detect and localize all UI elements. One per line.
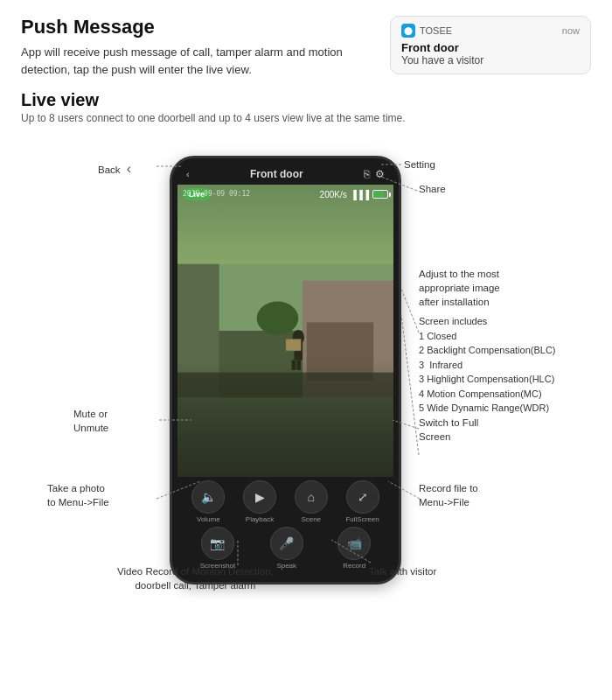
svg-rect-10 — [296, 360, 301, 369]
phone-mockup: ‹ Front door ⎘ ⚙ — [170, 156, 401, 584]
tosee-icon: ⬤ — [401, 24, 415, 38]
screenshot-button[interactable]: 📷 Screenshot — [200, 527, 235, 570]
notif-app: ⬤ TOSEE — [401, 24, 452, 38]
scene-button[interactable]: ⌂ Scene — [295, 480, 328, 523]
battery-icon — [372, 190, 388, 199]
door-title: Front door — [250, 168, 303, 180]
volume-button[interactable]: 🔈 Volume — [191, 480, 225, 523]
speak-label: Speak — [276, 562, 296, 570]
svg-rect-11 — [286, 340, 301, 351]
controls-row1: 🔈 Volume ▶ Playback ⌂ Scene ⤢ — [183, 480, 388, 523]
volume-icon: 🔈 — [191, 480, 225, 514]
video-status: 200K/s ▐▐▐ — [320, 190, 388, 200]
svg-line-15 — [401, 289, 419, 332]
controls: 🔈 Volume ▶ Playback ⌂ Scene ⤢ — [177, 477, 393, 577]
notif-time: now — [562, 25, 580, 36]
battery-fill — [373, 191, 384, 198]
push-text: Push Message App will receive push messa… — [21, 16, 372, 78]
adjust-label: Adjust to the mostappropriate imageafter… — [419, 267, 556, 309]
record-icon: 📹 — [337, 527, 371, 560]
scene-label: Scene — [301, 515, 321, 523]
scene-icon: ⌂ — [295, 480, 328, 514]
notif-title: Front door — [401, 41, 580, 54]
liveview-subtitle: Up to 8 users connect to one doorbell an… — [21, 112, 591, 124]
adjust-annotation: Adjust to the mostappropriate imageafter… — [419, 267, 556, 416]
chevron-left-icon: ‹ — [186, 169, 190, 179]
signal-icon: ▐▐▐ — [351, 190, 369, 200]
speed-display: 200K/s — [320, 190, 347, 200]
phone-inner: ‹ Front door ⎘ ⚙ — [177, 164, 393, 577]
svg-rect-9 — [292, 360, 296, 369]
notif-header: ⬤ TOSEE now — [401, 24, 580, 38]
settings-icon[interactable]: ⚙ — [375, 168, 385, 180]
playback-button[interactable]: ▶ Playback — [243, 480, 276, 523]
record-desc-label: Record file toMenu->File — [419, 483, 478, 508]
share-label: Share — [419, 184, 446, 194]
fullscreen-icon: ⤢ — [346, 480, 379, 514]
camera-scene — [177, 185, 393, 477]
playback-label: Playback — [246, 515, 274, 523]
setting-annotation: Setting — [404, 158, 435, 172]
notif-body: You have a visitor — [401, 54, 580, 66]
topbar-icons: ⎘ ⚙ — [364, 168, 385, 180]
video-record-label: Video Record of Monton Detection,doorbel… — [117, 566, 274, 591]
push-notification: ⬤ TOSEE now Front door You have a visito… — [390, 16, 591, 74]
mute-label: Mute orUnmute — [73, 409, 108, 433]
record-button[interactable]: 📹 Record — [337, 527, 371, 570]
fullscreen-annotation: Switch to FullScreen — [419, 416, 478, 444]
share-icon[interactable]: ⎘ — [364, 168, 370, 180]
mute-annotation: Mute orUnmute — [73, 407, 108, 435]
video-feed: Live 200K/s ▐▐▐ 2019-09-09 09:12 — [177, 185, 393, 477]
record-annotation: Record file toMenu->File — [419, 481, 478, 509]
fullscreen-button[interactable]: ⤢ FullScreen — [345, 480, 379, 523]
back-button[interactable]: ‹ — [186, 169, 190, 179]
speak-icon: 🎤 — [270, 527, 303, 560]
liveview-section: Live view Up to 8 users connect to one d… — [0, 87, 612, 630]
video-record-annotation: Video Record of Monton Detection,doorbel… — [117, 564, 274, 592]
phone-topbar: ‹ Front door ⎘ ⚙ — [177, 164, 393, 185]
svg-point-5 — [257, 302, 299, 335]
share-annotation: Share — [419, 182, 446, 196]
screenshot-desc-label: Take a phototo Menu->File — [47, 483, 109, 508]
playback-icon: ▶ — [243, 480, 276, 514]
back-label: Back — [98, 164, 121, 175]
speak-button[interactable]: 🎤 Speak — [270, 527, 303, 570]
notif-app-name: TOSEE — [420, 25, 452, 36]
fullscreen-label: FullScreen — [345, 515, 379, 523]
svg-line-16 — [401, 315, 419, 455]
setting-label: Setting — [404, 159, 435, 170]
push-description: App will receive push message of call, t… — [21, 44, 372, 78]
controls-row2: 📷 Screenshot 🎤 Speak 📹 Record — [183, 527, 388, 570]
timestamp: 2019-09-09 09:12 — [183, 190, 250, 198]
screenshot-icon: 📷 — [201, 527, 234, 560]
push-heading: Push Message — [21, 16, 372, 38]
liveview-heading: Live view — [21, 90, 591, 110]
svg-rect-4 — [177, 264, 219, 398]
svg-rect-6 — [177, 373, 393, 398]
svg-rect-3 — [307, 322, 373, 381]
screenshot-annotation: Take a phototo Menu->File — [47, 481, 109, 509]
diagram: ‹ Front door ⎘ ⚙ — [21, 131, 591, 630]
push-section: Push Message App will receive push messa… — [0, 0, 612, 87]
fullscreen-switch-label: Switch to FullScreen — [419, 417, 478, 442]
talk-label: Talk with visitor — [369, 566, 436, 577]
record-label: Record — [343, 562, 365, 570]
volume-label: Volume — [197, 515, 220, 523]
talk-annotation: Talk with visitor — [369, 564, 436, 578]
screen-includes-label: Screen includes 1 Closed 2 Backlight Com… — [419, 314, 556, 416]
back-annotation: Back ‹ — [98, 159, 131, 178]
